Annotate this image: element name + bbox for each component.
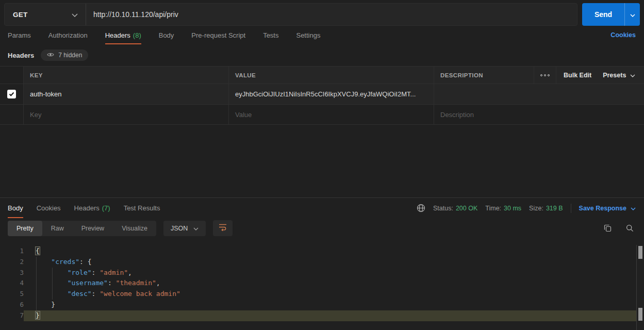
response-panel: Body Cookies Headers (7) Test Results St… [0, 197, 644, 330]
status-value: 200 OK [456, 205, 477, 212]
column-header-description: DESCRIPTION [434, 67, 534, 84]
scrollbar-thumb[interactable] [638, 246, 642, 259]
new-description-field[interactable]: Description [434, 105, 644, 124]
json-key: "desc" [68, 290, 92, 298]
request-url-bar: GET http://10.10.11.120/api/priv Send [4, 3, 640, 26]
wrap-text-icon [219, 223, 227, 233]
divider [571, 204, 571, 213]
row-checkbox-cell [0, 105, 23, 124]
code-line: 6 } [0, 300, 644, 310]
header-value-field[interactable]: eyJhbGciOiJIUzI1NiIsInR5cCI6IkpXVCJ9.eyJ… [228, 84, 434, 104]
code-line: 5 "desc": "welcome back admin" [0, 289, 644, 300]
new-key-field[interactable]: Key [23, 105, 228, 124]
json-key: "username" [68, 279, 108, 287]
send-split-button: Send [582, 3, 640, 26]
tab-tests[interactable]: Tests [263, 26, 278, 44]
code-line: 1 { [0, 246, 644, 257]
line-number: 7 [0, 310, 24, 321]
empty-area [0, 125, 644, 197]
response-tab-headers[interactable]: Headers (7) [74, 198, 110, 218]
json-string: "admin" [100, 269, 128, 276]
search-icon[interactable] [626, 224, 634, 232]
response-tab-cookies[interactable]: Cookies [37, 198, 61, 218]
presets-dropdown[interactable]: Presets [603, 72, 635, 79]
size-badge: Size: 319 B [529, 205, 563, 212]
send-options-button[interactable] [624, 3, 640, 26]
line-number: 6 [0, 300, 24, 310]
table-placeholder-row: Key Value Description [0, 105, 644, 125]
view-tab-raw[interactable]: Raw [42, 221, 73, 236]
response-tab-body[interactable]: Body [8, 198, 23, 218]
chevron-down-icon [630, 72, 635, 79]
code-line: 4 "username": "theadmin", [0, 278, 644, 289]
indent-guide [36, 257, 37, 310]
tab-params[interactable]: Params [8, 26, 31, 44]
json-key: "role" [68, 269, 92, 276]
request-tabs-row: Params Authorization Headers (8) Body Pr… [0, 26, 644, 47]
view-mode-switch: Pretty Raw Preview Visualize [8, 221, 156, 236]
tab-pre-request-script[interactable]: Pre-request Script [191, 26, 245, 44]
view-tab-preview[interactable]: Preview [73, 221, 113, 236]
row-checkbox-cell [0, 84, 23, 104]
send-button[interactable]: Send [582, 3, 624, 26]
code-line: 2 "creds": { [0, 257, 644, 268]
code-lines: 1 { 2 "creds": { 3 "role": "admin", 4 "u… [0, 245, 644, 321]
scrollbar[interactable] [636, 245, 644, 330]
postman-request-view: GET http://10.10.11.120/api/priv Send Pa… [0, 0, 644, 330]
response-header: Body Cookies Headers (7) Test Results St… [0, 198, 644, 218]
scrollbar-marker[interactable] [638, 308, 642, 321]
status-badge: Status: 200 OK [433, 205, 477, 212]
response-meta: Status: 200 OK Time: 30 ms Size: 319 B S… [417, 204, 636, 213]
table-row: auth-token eyJhbGciOiJIUzI1NiIsInR5cCI6I… [0, 84, 644, 105]
table-header-row: KEY VALUE DESCRIPTION Bulk Edit Presets [0, 67, 644, 84]
header-key-field[interactable]: auth-token [23, 84, 228, 104]
indent-guide [52, 268, 53, 300]
response-tabs: Body Cookies Headers (7) Test Results [8, 198, 160, 218]
code-line-highlighted: 7 } [0, 310, 644, 321]
save-response-button[interactable]: Save Response [579, 205, 636, 212]
tab-settings[interactable]: Settings [296, 26, 320, 44]
chevron-down-icon [193, 225, 199, 232]
line-number: 5 [0, 289, 24, 300]
tab-authorization[interactable]: Authorization [48, 26, 88, 44]
format-dropdown[interactable]: JSON [163, 221, 206, 236]
chevron-down-icon [631, 205, 636, 212]
view-tab-visualize[interactable]: Visualize [113, 221, 156, 236]
response-body-editor: 1 { 2 "creds": { 3 "role": "admin", 4 "u… [0, 245, 644, 330]
eye-icon [47, 52, 54, 59]
tab-headers[interactable]: Headers (8) [105, 26, 141, 44]
chevron-down-icon [630, 11, 635, 19]
line-number: 4 [0, 278, 24, 289]
response-headers-count: (7) [102, 204, 110, 212]
globe-icon[interactable] [417, 204, 425, 212]
more-options-icon[interactable] [534, 67, 556, 84]
size-value: 319 B [546, 205, 563, 212]
row-checkbox-checked[interactable] [7, 90, 16, 98]
json-token: } [35, 311, 40, 320]
headers-count: (8) [133, 31, 141, 39]
wrap-text-button[interactable] [213, 220, 233, 236]
line-number: 3 [0, 268, 24, 278]
url-input[interactable]: http://10.10.11.120/api/priv [86, 4, 577, 25]
format-label: JSON [171, 225, 188, 232]
response-view-bar: Pretty Raw Preview Visualize JSON [0, 218, 644, 238]
headers-table: KEY VALUE DESCRIPTION Bulk Edit Presets [0, 66, 644, 125]
line-number: 2 [0, 257, 24, 268]
response-tab-test-results[interactable]: Test Results [124, 198, 160, 218]
copy-icon[interactable] [604, 224, 612, 232]
cookies-link[interactable]: Cookies [610, 26, 636, 39]
time-badge: Time: 30 ms [485, 205, 521, 212]
json-string: "welcome back admin" [100, 290, 180, 298]
time-value: 30 ms [504, 205, 521, 212]
column-header-value: VALUE [228, 67, 434, 84]
select-all-cell [0, 67, 23, 84]
view-tab-pretty[interactable]: Pretty [8, 221, 42, 236]
method-url-group: GET http://10.10.11.120/api/priv [4, 3, 577, 26]
tab-body[interactable]: Body [159, 26, 174, 44]
bulk-edit-button[interactable]: Bulk Edit [564, 72, 591, 79]
response-tools [604, 224, 634, 232]
method-dropdown[interactable]: GET [5, 4, 86, 25]
new-value-field[interactable]: Value [228, 105, 434, 124]
hidden-headers-toggle[interactable]: 7 hidden [41, 50, 88, 61]
header-description-field[interactable] [434, 84, 644, 104]
